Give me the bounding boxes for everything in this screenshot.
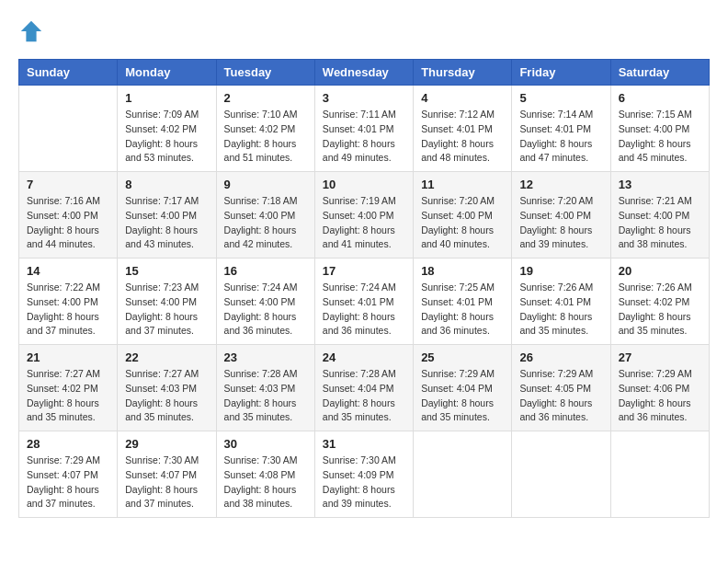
header-monday: Monday bbox=[118, 60, 216, 86]
logo bbox=[18, 18, 48, 44]
day-number: 10 bbox=[323, 178, 405, 191]
day-number: 8 bbox=[125, 178, 208, 191]
day-number: 24 bbox=[323, 350, 405, 364]
day-info: Sunrise: 7:30 AMSunset: 4:07 PMDaylight:… bbox=[125, 454, 208, 511]
day-info: Sunrise: 7:30 AMSunset: 4:09 PMDaylight:… bbox=[323, 454, 405, 511]
calendar-table: SundayMondayTuesdayWednesdayThursdayFrid… bbox=[18, 59, 710, 518]
calendar-week-row: 21Sunrise: 7:27 AMSunset: 4:02 PMDayligh… bbox=[19, 345, 710, 431]
day-info: Sunrise: 7:26 AMSunset: 4:01 PMDaylight:… bbox=[519, 281, 602, 339]
calendar-cell: 4Sunrise: 7:12 AMSunset: 4:01 PMDaylight… bbox=[414, 86, 512, 172]
day-info: Sunrise: 7:23 AMSunset: 4:00 PMDaylight:… bbox=[125, 281, 208, 339]
day-number: 31 bbox=[323, 437, 405, 451]
day-info: Sunrise: 7:28 AMSunset: 4:04 PMDaylight:… bbox=[323, 367, 405, 425]
day-info: Sunrise: 7:09 AMSunset: 4:02 PMDaylight:… bbox=[125, 108, 208, 166]
day-info: Sunrise: 7:29 AMSunset: 4:07 PMDaylight:… bbox=[27, 454, 109, 511]
calendar-week-row: 14Sunrise: 7:22 AMSunset: 4:00 PMDayligh… bbox=[19, 259, 710, 345]
day-number: 27 bbox=[619, 350, 701, 364]
day-number: 2 bbox=[224, 91, 307, 105]
calendar-cell: 1Sunrise: 7:09 AMSunset: 4:02 PMDaylight… bbox=[118, 86, 216, 172]
calendar-cell: 18Sunrise: 7:25 AMSunset: 4:01 PMDayligh… bbox=[414, 259, 512, 345]
day-info: Sunrise: 7:22 AMSunset: 4:00 PMDaylight:… bbox=[27, 281, 109, 339]
day-info: Sunrise: 7:10 AMSunset: 4:02 PMDaylight:… bbox=[224, 108, 307, 166]
day-info: Sunrise: 7:24 AMSunset: 4:00 PMDaylight:… bbox=[224, 281, 307, 339]
calendar-cell: 5Sunrise: 7:14 AMSunset: 4:01 PMDaylight… bbox=[512, 86, 610, 172]
header-sunday: Sunday bbox=[19, 60, 118, 86]
day-number: 1 bbox=[125, 91, 208, 105]
day-info: Sunrise: 7:21 AMSunset: 4:00 PMDaylight:… bbox=[619, 194, 701, 252]
calendar-cell: 3Sunrise: 7:11 AMSunset: 4:01 PMDaylight… bbox=[314, 86, 413, 172]
day-info: Sunrise: 7:24 AMSunset: 4:01 PMDaylight:… bbox=[323, 281, 405, 339]
day-number: 15 bbox=[125, 264, 208, 278]
calendar-cell: 17Sunrise: 7:24 AMSunset: 4:01 PMDayligh… bbox=[314, 259, 413, 345]
header-friday: Friday bbox=[512, 60, 610, 86]
day-number: 30 bbox=[224, 437, 307, 451]
calendar-cell bbox=[512, 431, 610, 518]
day-info: Sunrise: 7:11 AMSunset: 4:01 PMDaylight:… bbox=[323, 108, 405, 166]
calendar-cell: 15Sunrise: 7:23 AMSunset: 4:00 PMDayligh… bbox=[118, 259, 216, 345]
day-info: Sunrise: 7:20 AMSunset: 4:00 PMDaylight:… bbox=[421, 194, 504, 252]
calendar-cell: 12Sunrise: 7:20 AMSunset: 4:00 PMDayligh… bbox=[512, 172, 610, 259]
day-number: 4 bbox=[421, 91, 504, 105]
calendar-cell: 25Sunrise: 7:29 AMSunset: 4:04 PMDayligh… bbox=[414, 345, 512, 431]
day-info: Sunrise: 7:12 AMSunset: 4:01 PMDaylight:… bbox=[421, 108, 504, 166]
calendar-cell: 28Sunrise: 7:29 AMSunset: 4:07 PMDayligh… bbox=[19, 431, 118, 518]
day-number: 28 bbox=[27, 437, 109, 451]
calendar-cell bbox=[19, 86, 118, 172]
day-number: 3 bbox=[323, 91, 405, 105]
day-number: 12 bbox=[519, 178, 602, 191]
calendar-cell: 14Sunrise: 7:22 AMSunset: 4:00 PMDayligh… bbox=[19, 259, 118, 345]
day-number: 16 bbox=[224, 264, 307, 278]
calendar-week-row: 28Sunrise: 7:29 AMSunset: 4:07 PMDayligh… bbox=[19, 431, 710, 518]
day-number: 13 bbox=[619, 178, 701, 191]
calendar-week-row: 7Sunrise: 7:16 AMSunset: 4:00 PMDaylight… bbox=[19, 172, 710, 259]
day-number: 19 bbox=[519, 264, 602, 278]
calendar-cell: 9Sunrise: 7:18 AMSunset: 4:00 PMDaylight… bbox=[216, 172, 314, 259]
calendar-cell: 27Sunrise: 7:29 AMSunset: 4:06 PMDayligh… bbox=[610, 345, 709, 431]
day-info: Sunrise: 7:20 AMSunset: 4:00 PMDaylight:… bbox=[519, 194, 602, 252]
calendar-cell: 19Sunrise: 7:26 AMSunset: 4:01 PMDayligh… bbox=[512, 259, 610, 345]
day-number: 6 bbox=[619, 91, 701, 105]
day-number: 9 bbox=[224, 178, 307, 191]
day-info: Sunrise: 7:29 AMSunset: 4:04 PMDaylight:… bbox=[421, 367, 504, 425]
day-number: 22 bbox=[125, 350, 208, 364]
day-info: Sunrise: 7:17 AMSunset: 4:00 PMDaylight:… bbox=[125, 194, 208, 252]
logo-icon bbox=[18, 18, 44, 44]
day-info: Sunrise: 7:27 AMSunset: 4:03 PMDaylight:… bbox=[125, 367, 208, 425]
calendar-cell: 16Sunrise: 7:24 AMSunset: 4:00 PMDayligh… bbox=[216, 259, 314, 345]
day-number: 7 bbox=[27, 178, 109, 191]
calendar-cell: 26Sunrise: 7:29 AMSunset: 4:05 PMDayligh… bbox=[512, 345, 610, 431]
day-info: Sunrise: 7:19 AMSunset: 4:00 PMDaylight:… bbox=[323, 194, 405, 252]
day-number: 21 bbox=[27, 350, 109, 364]
day-info: Sunrise: 7:15 AMSunset: 4:00 PMDaylight:… bbox=[619, 108, 701, 166]
calendar-cell: 13Sunrise: 7:21 AMSunset: 4:00 PMDayligh… bbox=[610, 172, 709, 259]
calendar-cell: 23Sunrise: 7:28 AMSunset: 4:03 PMDayligh… bbox=[216, 345, 314, 431]
calendar-cell: 10Sunrise: 7:19 AMSunset: 4:00 PMDayligh… bbox=[314, 172, 413, 259]
calendar-week-row: 1Sunrise: 7:09 AMSunset: 4:02 PMDaylight… bbox=[19, 86, 710, 172]
day-info: Sunrise: 7:28 AMSunset: 4:03 PMDaylight:… bbox=[224, 367, 307, 425]
day-number: 29 bbox=[125, 437, 208, 451]
day-info: Sunrise: 7:27 AMSunset: 4:02 PMDaylight:… bbox=[27, 367, 109, 425]
calendar-cell: 7Sunrise: 7:16 AMSunset: 4:00 PMDaylight… bbox=[19, 172, 118, 259]
day-number: 20 bbox=[619, 264, 701, 278]
header-saturday: Saturday bbox=[610, 60, 709, 86]
calendar-cell: 21Sunrise: 7:27 AMSunset: 4:02 PMDayligh… bbox=[19, 345, 118, 431]
day-number: 14 bbox=[27, 264, 109, 278]
day-number: 17 bbox=[323, 264, 405, 278]
calendar-cell: 11Sunrise: 7:20 AMSunset: 4:00 PMDayligh… bbox=[414, 172, 512, 259]
calendar-cell: 6Sunrise: 7:15 AMSunset: 4:00 PMDaylight… bbox=[610, 86, 709, 172]
day-number: 5 bbox=[519, 91, 602, 105]
day-info: Sunrise: 7:16 AMSunset: 4:00 PMDaylight:… bbox=[27, 194, 109, 252]
header-wednesday: Wednesday bbox=[314, 60, 413, 86]
day-info: Sunrise: 7:25 AMSunset: 4:01 PMDaylight:… bbox=[421, 281, 504, 339]
day-number: 11 bbox=[421, 178, 504, 191]
day-info: Sunrise: 7:29 AMSunset: 4:06 PMDaylight:… bbox=[619, 367, 701, 425]
day-info: Sunrise: 7:14 AMSunset: 4:01 PMDaylight:… bbox=[519, 108, 602, 166]
day-info: Sunrise: 7:30 AMSunset: 4:08 PMDaylight:… bbox=[224, 454, 307, 511]
calendar-cell: 31Sunrise: 7:30 AMSunset: 4:09 PMDayligh… bbox=[314, 431, 413, 518]
day-info: Sunrise: 7:26 AMSunset: 4:02 PMDaylight:… bbox=[619, 281, 701, 339]
svg-marker-0 bbox=[21, 21, 41, 41]
day-number: 18 bbox=[421, 264, 504, 278]
calendar-header-row: SundayMondayTuesdayWednesdayThursdayFrid… bbox=[19, 60, 710, 86]
page-header bbox=[18, 18, 710, 44]
calendar-cell: 29Sunrise: 7:30 AMSunset: 4:07 PMDayligh… bbox=[118, 431, 216, 518]
